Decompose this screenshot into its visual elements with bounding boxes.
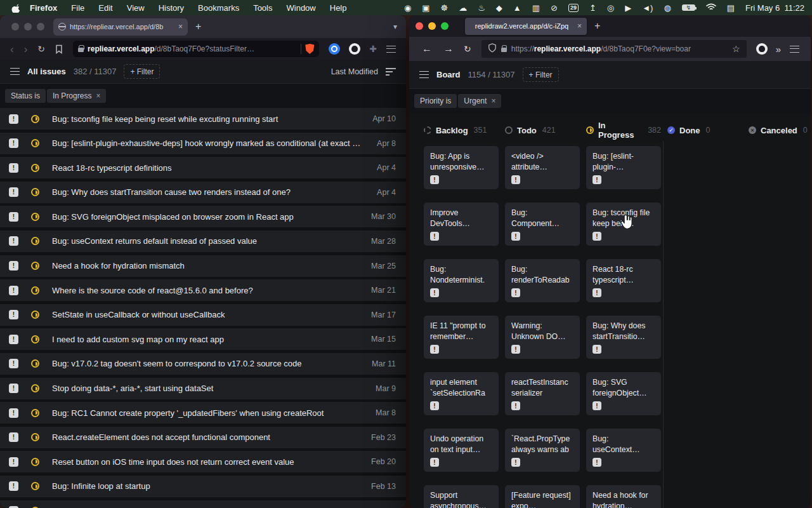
power-icon[interactable]: ◎	[607, 4, 614, 12]
status-in-progress-icon[interactable]	[31, 164, 39, 172]
issue-card[interactable]: IE 11 "prompt to remember…	[424, 316, 499, 359]
reload-button[interactable]: ↻	[460, 44, 475, 54]
add-filter-button[interactable]: + Filter	[523, 67, 559, 82]
priority-urgent-icon[interactable]	[9, 212, 18, 222]
priority-urgent-icon[interactable]	[9, 384, 18, 393]
priority-urgent-icon[interactable]	[9, 187, 18, 197]
add-filter-button[interactable]: + Filter	[124, 64, 160, 79]
play-icon[interactable]: ▶	[625, 4, 631, 12]
priority-urgent-icon[interactable]	[9, 335, 18, 344]
menubar-menu-item[interactable]: History	[159, 3, 184, 13]
issue-row[interactable]: Bug: useContext returns default instead …	[0, 231, 406, 252]
zoom-window-button[interactable]	[37, 23, 44, 30]
priority-urgent-icon[interactable]	[430, 175, 439, 184]
chip-close-icon[interactable]: ×	[96, 91, 100, 100]
issue-row[interactable]: Stop doing data-*, aria-*, start using d…	[0, 378, 406, 399]
menubar-menu-item[interactable]: Bookmarks	[198, 3, 239, 13]
share-icon[interactable]: ↥	[589, 4, 596, 12]
record-icon[interactable]: ◉	[404, 4, 411, 12]
issue-row[interactable]: React 18-rc typescript definitions Apr 4	[0, 157, 406, 178]
issue-card[interactable]: Bug: Why does startTransitio…	[586, 316, 661, 359]
tab-close-icon[interactable]: ×	[577, 22, 582, 30]
status-in-progress-icon[interactable]	[31, 115, 39, 123]
extensions-puzzle-icon[interactable]: ✚	[369, 44, 377, 54]
user-switcher-icon[interactable]: ▤	[727, 4, 735, 12]
calendar-icon[interactable]: 29	[568, 4, 579, 12]
dropbox-icon[interactable]: ◆	[496, 4, 502, 12]
priority-urgent-icon[interactable]	[593, 458, 601, 467]
status-in-progress-icon[interactable]	[31, 311, 39, 319]
issue-card[interactable]: Bug: [eslint-plugin-…	[586, 146, 661, 189]
menubar-menu-item[interactable]: View	[127, 3, 145, 13]
status-in-progress-icon[interactable]	[31, 139, 39, 147]
priority-urgent-icon[interactable]	[430, 458, 439, 467]
github-extension-icon[interactable]	[349, 43, 360, 55]
issue-row[interactable]: Bug: v17.0.2 tag doesn't seem to corresp…	[0, 353, 406, 375]
screen-share-icon[interactable]: ▣	[422, 4, 429, 12]
issue-card[interactable]: Bug: tsconfig file keep bein…	[586, 203, 661, 246]
issue-row[interactable]: Bug: Infinite loop at startup Feb 13	[0, 476, 406, 497]
priority-urgent-icon[interactable]	[9, 236, 18, 246]
issue-row[interactable]: Bug: Why does startTransition cause two …	[0, 182, 406, 203]
issue-card[interactable]: [Feature request] expo…	[505, 485, 580, 508]
issue-card[interactable]: Need a hook for hydration…	[586, 485, 661, 508]
status-in-progress-icon[interactable]	[31, 213, 39, 221]
status-in-progress-icon[interactable]	[31, 384, 39, 392]
back-button[interactable]: ‹	[6, 44, 18, 55]
priority-urgent-icon[interactable]	[9, 138, 18, 148]
issue-card[interactable]: Undo operation on text input…	[424, 429, 499, 472]
priority-urgent-icon[interactable]	[511, 175, 520, 184]
toolbar-overflow-icon[interactable]: »	[776, 44, 781, 55]
status-in-progress-icon[interactable]	[31, 433, 39, 441]
tab-list-chevron-icon[interactable]: ▾	[393, 22, 397, 31]
apple-menu-icon[interactable]	[11, 3, 21, 13]
priority-urgent-icon[interactable]	[430, 288, 439, 297]
priority-urgent-icon[interactable]	[9, 481, 18, 491]
menubar-menu-item[interactable]: Tools	[253, 3, 272, 13]
sidebar-menu-icon[interactable]	[419, 71, 429, 78]
right-traffic-lights[interactable]	[416, 22, 449, 30]
issue-card[interactable]: Bug: Component…	[505, 203, 580, 246]
issue-row[interactable]: Bug: [eslint-plugin-exhaustive-deps] hoo…	[0, 133, 406, 154]
cloud-icon[interactable]: ☁	[459, 4, 467, 12]
priority-urgent-icon[interactable]	[593, 401, 601, 410]
homebrew-icon[interactable]: ♨	[478, 4, 485, 12]
forward-button[interactable]: ›	[20, 44, 32, 55]
priority-urgent-icon[interactable]	[511, 232, 520, 241]
priority-urgent-icon[interactable]	[511, 458, 520, 467]
priority-urgent-icon[interactable]	[430, 345, 439, 354]
priority-urgent-icon[interactable]	[511, 345, 520, 354]
new-tab-button[interactable]: +	[594, 20, 600, 32]
menubar-menu-item[interactable]: File	[71, 3, 84, 13]
issue-card[interactable]: Bug: SVG foreignObject…	[586, 372, 661, 415]
priority-urgent-icon[interactable]	[593, 288, 601, 297]
priority-urgent-icon[interactable]	[430, 232, 439, 241]
issue-row[interactable]: SetState in useCallback or without useCa…	[0, 304, 406, 326]
brave-shield-icon[interactable]	[305, 44, 314, 54]
bookmark-star-icon[interactable]: ☆	[732, 44, 740, 54]
status-in-progress-icon[interactable]	[31, 409, 39, 417]
priority-urgent-icon[interactable]	[9, 457, 18, 467]
status-in-progress-icon[interactable]	[31, 359, 39, 368]
issue-row[interactable]: Bug: SVG foreignObject misplaced on brow…	[0, 206, 406, 227]
window-layout-icon[interactable]: ▥	[532, 4, 540, 12]
chip-close-icon[interactable]: ×	[491, 97, 495, 105]
issue-row[interactable]: [DevTools Bug] Unsupported Bridge operat…	[0, 500, 406, 508]
issue-card[interactable]: React 18-rc typescript…	[586, 259, 661, 302]
warp-icon[interactable]: ▲	[513, 4, 521, 12]
issue-row[interactable]: Need a hook for hydration mismatch Mar 2…	[0, 255, 406, 277]
github-extension-icon[interactable]	[756, 43, 768, 55]
menubar-clock[interactable]: Fri May 6 11:22	[745, 3, 804, 13]
priority-urgent-icon[interactable]	[430, 401, 439, 410]
issue-card[interactable]: Support asynchronous…	[424, 485, 499, 508]
new-tab-button[interactable]: +	[195, 21, 201, 32]
reload-button[interactable]: ↻	[34, 44, 49, 54]
filter-chip[interactable]: Priority is	[414, 94, 457, 108]
back-button[interactable]: ←	[417, 44, 437, 54]
tracking-protection-shield-icon[interactable]	[488, 43, 497, 55]
docker-icon[interactable]: ☸	[441, 4, 449, 12]
status-in-progress-icon[interactable]	[31, 482, 39, 490]
close-window-button[interactable]	[11, 23, 19, 30]
priority-urgent-icon[interactable]	[511, 401, 520, 410]
menubar-menu-item[interactable]: Help	[330, 3, 347, 13]
